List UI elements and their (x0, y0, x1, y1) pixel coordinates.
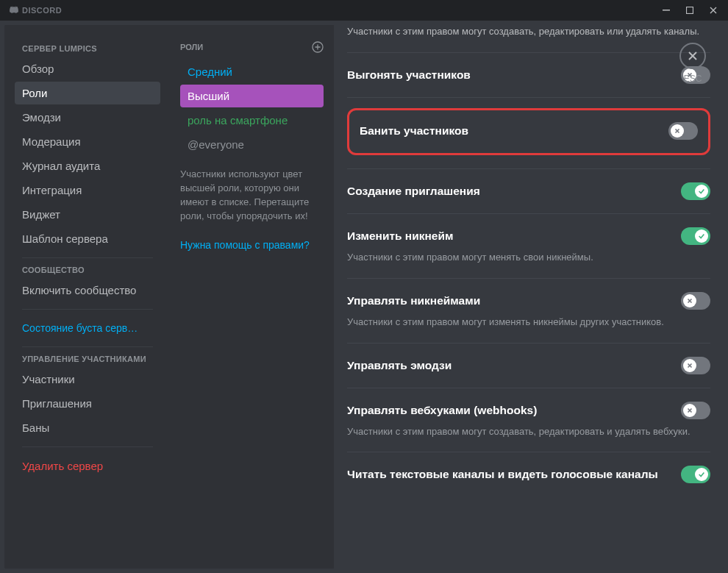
permission-description: Участники с этим правом могут изменять н… (347, 316, 710, 330)
permission-description: Участники с этим правом могут менять сво… (347, 251, 710, 265)
minimize-icon (663, 7, 670, 14)
permission-divider (347, 97, 710, 98)
role-item[interactable]: @everyone (180, 133, 324, 156)
sidebar-divider (22, 346, 153, 347)
x-icon (686, 362, 693, 369)
permission-toggle[interactable] (681, 466, 710, 483)
sidebar-divider (22, 257, 153, 258)
permission-title: Управлять вебхуками (webhooks) (347, 404, 537, 417)
permission-row: Управлять никнеймамиУчастники с этим пра… (347, 279, 710, 344)
permission-title: Изменить никнейм (347, 229, 454, 243)
permissions-panel: Участники с этим правом могут создавать,… (334, 25, 724, 569)
permission-row: Управлять эмодзи (347, 344, 710, 388)
community-header: СООБЩЕСТВО (22, 266, 160, 274)
permission-description: Участники с этим правом могут создавать,… (347, 425, 710, 439)
window-minimize-button[interactable] (657, 3, 675, 18)
sidebar-item-delete-server[interactable]: Удалить сервер (15, 455, 160, 477)
role-item[interactable]: Средний (180, 60, 324, 83)
role-item[interactable]: роль на смартфоне (180, 109, 324, 132)
close-settings-button[interactable] (679, 43, 706, 69)
app-logo: DISCORD (9, 5, 62, 15)
x-icon (674, 127, 681, 135)
sidebar-divider (22, 446, 153, 447)
permission-toggle[interactable] (681, 402, 710, 419)
permission-toggle[interactable] (681, 292, 710, 310)
members-management-header: УПРАВЛЕНИЕ УЧАСТНИКАМИ (22, 355, 160, 363)
roles-help-link[interactable]: Нужна помощь с правами? (180, 239, 324, 251)
sidebar-item-members[interactable]: Участники (15, 368, 160, 391)
permission-toggle[interactable] (681, 357, 710, 374)
close-settings: ESC (679, 43, 706, 84)
permission-row: Читать текстовые каналы и видеть голосов… (347, 452, 710, 483)
permission-title: Выгонять участников (347, 68, 471, 82)
settings-sidebar: СЕРВЕР LUMPICS Обзор Роли Эмодзи Модерац… (4, 25, 166, 569)
permission-toggle[interactable] (681, 182, 710, 200)
roles-header-label: РОЛИ (180, 43, 203, 51)
server-name-header: СЕРВЕР LUMPICS (22, 44, 160, 53)
sidebar-item-emoji[interactable]: Эмодзи (15, 106, 160, 129)
esc-label: ESC (684, 74, 702, 84)
sidebar-item-audit-log[interactable]: Журнал аудита (15, 154, 160, 177)
permission-row: Выгонять участников (347, 53, 710, 98)
sidebar-item-integration[interactable]: Интеграция (15, 179, 160, 202)
svg-rect-0 (663, 10, 670, 11)
check-icon (698, 471, 705, 478)
sidebar-item-invites[interactable]: Приглашения (15, 392, 160, 415)
permission-title: Читать текстовые каналы и видеть голосов… (347, 468, 658, 481)
x-icon (686, 407, 693, 414)
sidebar-item-boost-status[interactable]: Состояние буста серв… (15, 317, 160, 339)
close-icon (710, 7, 717, 14)
sidebar-divider (22, 309, 153, 310)
sidebar-item-template[interactable]: Шаблон сервера (15, 227, 160, 250)
permission-toggle[interactable] (681, 227, 710, 245)
sidebar-item-roles[interactable]: Роли (15, 82, 160, 104)
app-name: DISCORD (22, 6, 62, 15)
permission-title: Управлять эмодзи (347, 359, 452, 372)
sidebar-item-moderation[interactable]: Модерация (15, 130, 160, 153)
permission-title: Управлять никнеймами (347, 294, 480, 307)
permission-title: Создание приглашения (347, 185, 480, 198)
svg-rect-1 (687, 7, 693, 14)
permission-title: Банить участников (360, 124, 468, 138)
check-icon (698, 232, 705, 240)
roles-help-text: Участники используют цвет высшей роли, к… (180, 168, 324, 223)
window-close-button[interactable] (704, 3, 722, 18)
x-icon (686, 297, 693, 305)
close-icon (687, 50, 699, 62)
roles-list-panel: РОЛИ Средний Высший роль на смартфоне @e… (166, 25, 334, 569)
plus-circle-icon (312, 41, 324, 53)
role-item[interactable]: Высший (180, 85, 324, 107)
permission-row: Создание приглашения (347, 169, 710, 214)
permission-toggle[interactable] (668, 122, 698, 140)
permission-description: Участники с этим правом могут создавать,… (347, 25, 710, 39)
permission-row: Изменить никнеймУчастники с этим правом … (347, 214, 710, 279)
sidebar-item-bans[interactable]: Баны (15, 416, 160, 439)
window-maximize-button[interactable] (681, 3, 699, 18)
sidebar-item-enable-community[interactable]: Включить сообщество (15, 279, 160, 302)
sidebar-item-widget[interactable]: Виджет (15, 203, 160, 226)
window-titlebar: DISCORD (0, 0, 728, 21)
add-role-button[interactable] (312, 41, 324, 53)
maximize-icon (686, 7, 693, 14)
highlighted-permission-ban-members: Банить участников (347, 108, 710, 155)
permission-row: Управлять вебхуками (webhooks)Участники … (347, 388, 710, 453)
sidebar-item-overview[interactable]: Обзор (15, 57, 160, 80)
check-icon (698, 188, 705, 195)
discord-icon (9, 5, 19, 15)
